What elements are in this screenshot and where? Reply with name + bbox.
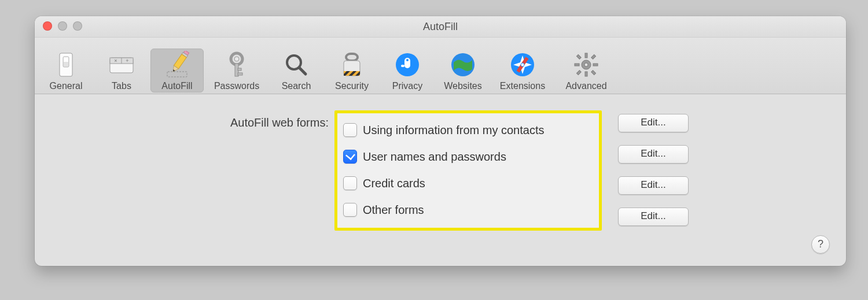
svg-rect-8	[167, 72, 187, 77]
svg-point-15	[234, 57, 239, 61]
svg-rect-43	[576, 71, 581, 75]
svg-rect-40	[593, 64, 598, 66]
general-icon	[52, 51, 80, 79]
toolbar-label: Websites	[444, 81, 482, 91]
window-title: AutoFill	[35, 16, 846, 37]
toolbar-label: Passwords	[214, 81, 259, 91]
toolbar-label: Search	[282, 81, 311, 91]
toolbar-label: Tabs	[112, 81, 131, 91]
security-icon	[338, 51, 366, 79]
toolbar-label: Security	[335, 81, 369, 91]
websites-icon	[449, 51, 477, 79]
extensions-icon	[509, 51, 536, 79]
toolbar-label: General	[50, 81, 83, 91]
toolbar-item-websites[interactable]: Websites	[436, 49, 490, 92]
svg-rect-44	[591, 71, 596, 75]
toolbar-item-autofill[interactable]: AutoFill	[150, 49, 204, 92]
window-close-button[interactable]	[43, 21, 52, 31]
svg-line-20	[299, 68, 306, 74]
option-label: Credit cards	[363, 177, 425, 190]
checkbox-contacts[interactable]	[343, 123, 357, 137]
section-label: AutoFill web forms:	[49, 110, 334, 129]
toolbar-item-advanced[interactable]: Advanced	[556, 49, 617, 92]
toolbar-item-security[interactable]: Security	[325, 49, 378, 92]
toolbar-item-extensions[interactable]: Extensions	[492, 49, 553, 92]
toolbar-item-tabs[interactable]: × + Tabs	[95, 49, 148, 92]
toolbar-item-search[interactable]: Search	[270, 49, 323, 92]
option-credit-cards: Credit cards	[343, 170, 593, 197]
advanced-icon	[572, 51, 600, 79]
window-zoom-button[interactable]	[73, 21, 82, 31]
toolbar-label: Privacy	[392, 81, 422, 91]
preferences-toolbar: General × + Tabs	[35, 38, 846, 94]
svg-text:+: +	[126, 58, 128, 64]
toolbar-label: Advanced	[565, 81, 606, 91]
option-other-forms: Other forms	[343, 197, 593, 223]
svg-rect-42	[591, 54, 596, 59]
titlebar: AutoFill	[35, 16, 846, 38]
svg-rect-28	[401, 65, 404, 67]
svg-rect-18	[238, 73, 242, 75]
svg-rect-21	[346, 54, 358, 61]
svg-rect-17	[238, 68, 241, 71]
window-minimize-button[interactable]	[58, 21, 67, 31]
checkbox-usernames-passwords[interactable]	[343, 150, 357, 164]
tabs-icon: × +	[108, 51, 135, 79]
svg-point-36	[584, 63, 588, 66]
privacy-icon	[393, 51, 421, 79]
svg-rect-38	[585, 72, 587, 76]
edit-contacts-button[interactable]: Edit...	[618, 114, 689, 132]
svg-point-29	[406, 59, 409, 61]
toolbar-item-passwords[interactable]: Passwords	[206, 49, 267, 92]
toolbar-label: AutoFill	[161, 81, 192, 91]
help-button[interactable]: ?	[811, 235, 830, 254]
autofill-icon	[163, 51, 191, 79]
svg-rect-41	[576, 54, 581, 59]
toolbar-item-general[interactable]: General	[39, 49, 93, 92]
svg-rect-39	[575, 64, 579, 66]
edit-credit-cards-button[interactable]: Edit...	[618, 176, 689, 195]
option-contacts: Using information from my contacts	[343, 117, 593, 143]
toolbar-label: Extensions	[500, 81, 545, 91]
checkbox-credit-cards[interactable]	[343, 176, 357, 190]
option-usernames-passwords: User names and passwords	[343, 143, 593, 170]
svg-rect-2	[64, 57, 68, 62]
edit-passwords-button[interactable]: Edit...	[618, 145, 689, 164]
edit-buttons-column: Edit... Edit... Edit... Edit...	[602, 110, 689, 226]
traffic-lights	[43, 21, 82, 31]
checkbox-other-forms[interactable]	[343, 203, 357, 217]
svg-text:×: ×	[114, 58, 117, 64]
preferences-window: AutoFill General × +	[35, 16, 846, 266]
search-icon	[282, 51, 310, 79]
svg-point-34	[521, 63, 524, 66]
autofill-options-group: Using information from my contacts User …	[334, 110, 602, 231]
option-label: Other forms	[363, 203, 424, 217]
toolbar-item-privacy[interactable]: Privacy	[381, 49, 434, 92]
edit-other-forms-button[interactable]: Edit...	[618, 208, 689, 226]
autofill-pane: AutoFill web forms: Using information fr…	[35, 94, 846, 266]
option-label: Using information from my contacts	[363, 124, 544, 137]
passwords-icon	[223, 51, 251, 79]
option-label: User names and passwords	[363, 150, 506, 164]
svg-rect-24	[344, 71, 360, 76]
svg-rect-37	[585, 53, 587, 58]
